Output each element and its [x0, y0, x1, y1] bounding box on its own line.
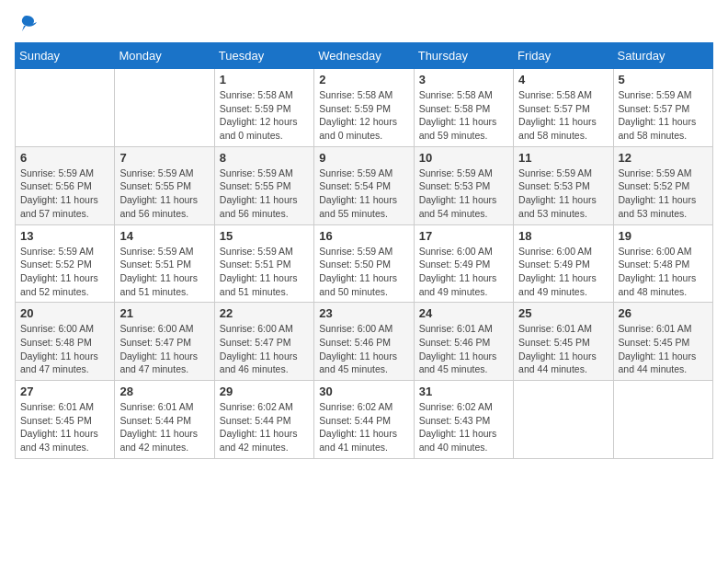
- calendar-cell: 23Sunrise: 6:00 AMSunset: 5:46 PMDayligh…: [314, 303, 414, 381]
- calendar-cell: 3Sunrise: 5:58 AMSunset: 5:58 PMDaylight…: [414, 69, 513, 147]
- calendar-cell: 1Sunrise: 5:58 AMSunset: 5:59 PMDaylight…: [214, 69, 313, 147]
- day-info: Sunrise: 5:59 AMSunset: 5:50 PMDaylight:…: [319, 245, 408, 299]
- calendar-cell: 4Sunrise: 5:58 AMSunset: 5:57 PMDaylight…: [514, 69, 613, 147]
- day-info: Sunrise: 6:00 AMSunset: 5:49 PMDaylight:…: [419, 245, 508, 299]
- day-number: 24: [419, 306, 508, 320]
- day-number: 10: [419, 151, 508, 165]
- day-info: Sunrise: 5:59 AMSunset: 5:57 PMDaylight:…: [619, 88, 708, 143]
- day-number: 11: [518, 151, 608, 165]
- day-info: Sunrise: 5:58 AMSunset: 5:59 PMDaylight:…: [220, 88, 309, 143]
- logo: [15, 15, 37, 31]
- calendar-cell: 25Sunrise: 6:01 AMSunset: 5:45 PMDayligh…: [514, 303, 613, 381]
- calendar-cell: 30Sunrise: 6:02 AMSunset: 5:44 PMDayligh…: [314, 381, 414, 459]
- day-number: 3: [419, 73, 508, 86]
- day-number: 17: [419, 229, 508, 243]
- day-number: 15: [220, 229, 309, 243]
- day-info: Sunrise: 6:02 AMSunset: 5:44 PMDaylight:…: [319, 400, 408, 454]
- day-info: Sunrise: 5:59 AMSunset: 5:54 PMDaylight:…: [319, 167, 408, 221]
- day-number: 28: [119, 385, 209, 398]
- calendar-cell: 18Sunrise: 6:00 AMSunset: 5:49 PMDayligh…: [514, 224, 613, 303]
- calendar-cell: 26Sunrise: 6:01 AMSunset: 5:45 PMDayligh…: [613, 303, 712, 381]
- day-number: 19: [619, 229, 708, 243]
- calendar-cell: 9Sunrise: 5:59 AMSunset: 5:54 PMDaylight…: [314, 146, 414, 224]
- day-info: Sunrise: 6:01 AMSunset: 5:45 PMDaylight:…: [20, 400, 109, 454]
- day-number: 6: [20, 151, 109, 165]
- calendar-cell: 8Sunrise: 5:59 AMSunset: 5:55 PMDaylight…: [214, 146, 313, 224]
- calendar-cell: 16Sunrise: 5:59 AMSunset: 5:50 PMDayligh…: [314, 224, 414, 303]
- header: [15, 15, 713, 31]
- day-number: 21: [119, 306, 209, 320]
- day-info: Sunrise: 6:00 AMSunset: 5:48 PMDaylight:…: [20, 322, 109, 376]
- day-number: 31: [419, 385, 508, 398]
- calendar-cell: 12Sunrise: 5:59 AMSunset: 5:52 PMDayligh…: [613, 146, 712, 224]
- calendar-cell: [514, 381, 613, 459]
- calendar-cell: 21Sunrise: 6:00 AMSunset: 5:47 PMDayligh…: [115, 303, 214, 381]
- header-day-monday: Monday: [115, 43, 214, 69]
- day-number: 4: [518, 73, 608, 86]
- day-info: Sunrise: 6:01 AMSunset: 5:46 PMDaylight:…: [419, 322, 508, 376]
- calendar-week-row: 6Sunrise: 5:59 AMSunset: 5:56 PMDaylight…: [16, 146, 713, 224]
- day-number: 12: [619, 151, 708, 165]
- day-number: 13: [20, 229, 109, 243]
- day-info: Sunrise: 6:02 AMSunset: 5:43 PMDaylight:…: [419, 400, 508, 454]
- calendar-week-row: 1Sunrise: 5:58 AMSunset: 5:59 PMDaylight…: [16, 69, 713, 147]
- day-number: 26: [619, 306, 708, 320]
- calendar-cell: [115, 69, 214, 147]
- day-info: Sunrise: 6:00 AMSunset: 5:47 PMDaylight:…: [119, 322, 209, 376]
- calendar-week-row: 20Sunrise: 6:00 AMSunset: 5:48 PMDayligh…: [16, 303, 713, 381]
- day-number: 20: [20, 306, 109, 320]
- day-info: Sunrise: 6:01 AMSunset: 5:44 PMDaylight:…: [119, 400, 209, 454]
- day-info: Sunrise: 5:59 AMSunset: 5:51 PMDaylight:…: [220, 245, 309, 299]
- day-number: 22: [220, 306, 309, 320]
- day-info: Sunrise: 5:59 AMSunset: 5:53 PMDaylight:…: [518, 167, 608, 221]
- header-day-thursday: Thursday: [414, 43, 513, 69]
- calendar-cell: 7Sunrise: 5:59 AMSunset: 5:55 PMDaylight…: [115, 146, 214, 224]
- calendar-cell: 31Sunrise: 6:02 AMSunset: 5:43 PMDayligh…: [414, 381, 513, 459]
- calendar-cell: 24Sunrise: 6:01 AMSunset: 5:46 PMDayligh…: [414, 303, 513, 381]
- day-number: 25: [518, 306, 608, 320]
- day-number: 23: [319, 306, 408, 320]
- calendar-week-row: 27Sunrise: 6:01 AMSunset: 5:45 PMDayligh…: [16, 381, 713, 459]
- day-number: 2: [319, 73, 408, 86]
- day-info: Sunrise: 5:58 AMSunset: 5:57 PMDaylight:…: [518, 88, 608, 143]
- calendar-cell: 20Sunrise: 6:00 AMSunset: 5:48 PMDayligh…: [16, 303, 115, 381]
- day-number: 1: [220, 73, 309, 86]
- calendar-cell: 5Sunrise: 5:59 AMSunset: 5:57 PMDaylight…: [613, 69, 712, 147]
- day-number: 5: [619, 73, 708, 86]
- header-day-saturday: Saturday: [613, 43, 712, 69]
- calendar-header-row: SundayMondayTuesdayWednesdayThursdayFrid…: [16, 43, 713, 69]
- header-day-friday: Friday: [514, 43, 613, 69]
- calendar-cell: 6Sunrise: 5:59 AMSunset: 5:56 PMDaylight…: [16, 146, 115, 224]
- calendar-cell: 29Sunrise: 6:02 AMSunset: 5:44 PMDayligh…: [214, 381, 313, 459]
- day-info: Sunrise: 6:00 AMSunset: 5:49 PMDaylight:…: [518, 245, 608, 299]
- calendar-cell: 22Sunrise: 6:00 AMSunset: 5:47 PMDayligh…: [214, 303, 313, 381]
- day-number: 30: [319, 385, 408, 398]
- day-number: 29: [220, 385, 309, 398]
- day-number: 8: [220, 151, 309, 165]
- day-number: 14: [119, 229, 209, 243]
- calendar-week-row: 13Sunrise: 5:59 AMSunset: 5:52 PMDayligh…: [16, 224, 713, 303]
- calendar-cell: 10Sunrise: 5:59 AMSunset: 5:53 PMDayligh…: [414, 146, 513, 224]
- day-number: 7: [119, 151, 209, 165]
- calendar-cell: 28Sunrise: 6:01 AMSunset: 5:44 PMDayligh…: [115, 381, 214, 459]
- calendar-cell: 17Sunrise: 6:00 AMSunset: 5:49 PMDayligh…: [414, 224, 513, 303]
- header-day-tuesday: Tuesday: [214, 43, 313, 69]
- day-info: Sunrise: 6:00 AMSunset: 5:47 PMDaylight:…: [220, 322, 309, 376]
- day-info: Sunrise: 6:00 AMSunset: 5:46 PMDaylight:…: [319, 322, 408, 376]
- calendar-table: SundayMondayTuesdayWednesdayThursdayFrid…: [15, 42, 713, 459]
- day-info: Sunrise: 5:59 AMSunset: 5:56 PMDaylight:…: [20, 167, 109, 221]
- calendar-cell: 19Sunrise: 6:00 AMSunset: 5:48 PMDayligh…: [613, 224, 712, 303]
- day-info: Sunrise: 5:59 AMSunset: 5:52 PMDaylight:…: [20, 245, 109, 299]
- day-info: Sunrise: 6:02 AMSunset: 5:44 PMDaylight:…: [220, 400, 309, 454]
- day-info: Sunrise: 6:00 AMSunset: 5:48 PMDaylight:…: [619, 245, 708, 299]
- day-info: Sunrise: 6:01 AMSunset: 5:45 PMDaylight:…: [518, 322, 608, 376]
- calendar-cell: 14Sunrise: 5:59 AMSunset: 5:51 PMDayligh…: [115, 224, 214, 303]
- logo-bird-icon: [17, 15, 37, 31]
- calendar-cell: 13Sunrise: 5:59 AMSunset: 5:52 PMDayligh…: [16, 224, 115, 303]
- day-number: 9: [319, 151, 408, 165]
- header-day-sunday: Sunday: [16, 43, 115, 69]
- day-info: Sunrise: 5:59 AMSunset: 5:52 PMDaylight:…: [619, 167, 708, 221]
- calendar-cell: [16, 69, 115, 147]
- day-number: 16: [319, 229, 408, 243]
- calendar-cell: 27Sunrise: 6:01 AMSunset: 5:45 PMDayligh…: [16, 381, 115, 459]
